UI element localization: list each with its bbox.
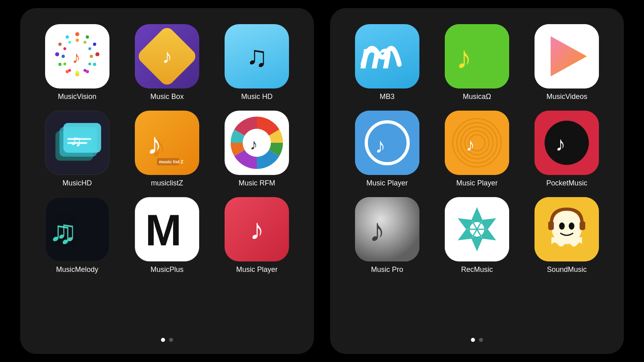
label-musicplus: MusicPlus — [151, 265, 184, 274]
svg-point-2 — [86, 35, 89, 39]
label-musicplayer-blue: Music Player — [366, 179, 408, 187]
svg-text:♫: ♫ — [55, 215, 76, 247]
dot-right-2[interactable] — [479, 338, 483, 342]
svg-point-22 — [62, 55, 65, 58]
svg-point-1 — [75, 32, 79, 36]
dot-left-2[interactable] — [169, 338, 173, 342]
label-mb3: MB3 — [380, 93, 394, 101]
icon-musichd-green: ♫ — [45, 111, 109, 175]
label-musichd-blue: Music HD — [241, 93, 272, 101]
svg-text:♪: ♪ — [369, 212, 385, 248]
svg-rect-73 — [548, 221, 554, 230]
icon-musicplus: M — [135, 197, 199, 261]
app-musicvision[interactable]: ♪ MusicVision — [36, 24, 118, 101]
svg-point-19 — [76, 71, 79, 74]
svg-point-21 — [63, 63, 66, 66]
icon-musiclistz: ♪ ♪ music list Z — [135, 111, 199, 175]
icon-musicpro: ♪ — [355, 197, 419, 261]
svg-point-16 — [90, 55, 93, 58]
icon-musichd-blue: ♫ — [225, 24, 289, 88]
label-recmusic: RecMusic — [461, 265, 493, 274]
left-dots — [161, 338, 173, 344]
app-soundmusic[interactable]: SoundMusic — [526, 197, 608, 274]
label-musicpro: Music Pro — [371, 265, 403, 274]
icon-musicplayer-blue: ♪ — [355, 111, 419, 175]
app-musichd-blue[interactable]: ♫ Music HD — [216, 24, 298, 101]
svg-point-11 — [58, 43, 62, 46]
svg-point-72 — [569, 222, 574, 230]
app-musicplayer-red[interactable]: ♪ Music Player — [216, 197, 298, 274]
svg-rect-31 — [67, 142, 87, 144]
svg-point-13 — [76, 39, 79, 42]
svg-text:♪: ♪ — [456, 40, 472, 75]
svg-point-14 — [83, 41, 86, 44]
icon-musicrfm: ♪ — [225, 111, 289, 175]
app-musicpro[interactable]: ♪ Music Pro — [346, 197, 428, 274]
app-musicrfm[interactable]: ♪ Music RFM — [216, 111, 298, 187]
app-recmusic[interactable]: RecMusic — [436, 197, 518, 274]
svg-text:♪: ♪ — [147, 127, 162, 160]
app-musicmelody[interactable]: ♫ ♫ MusicMelody — [36, 197, 118, 274]
svg-text:♫: ♫ — [70, 132, 81, 149]
app-musiclistz[interactable]: ♪ ♪ music list Z musiclistZ — [126, 111, 208, 187]
svg-point-17 — [88, 63, 91, 66]
right-app-grid: m MB3 ♪ MusicaΩ — [346, 20, 608, 338]
app-musicbox[interactable]: ♪ Music Box — [126, 24, 208, 101]
svg-point-12 — [66, 35, 69, 39]
svg-text:♪: ♪ — [375, 134, 386, 157]
dot-left-1[interactable] — [161, 338, 165, 342]
label-musicvision: MusicVision — [58, 93, 97, 101]
label-musicaomega: MusicaΩ — [463, 93, 491, 101]
label-soundmusic: SoundMusic — [547, 265, 587, 274]
left-app-grid: ♪ MusicVision ♪ Music Box ♫ Music HD — [36, 20, 298, 338]
icon-musicplayer-orange: ♪ — [445, 111, 509, 175]
svg-point-4 — [95, 52, 99, 56]
app-musicaomega[interactable]: ♪ MusicaΩ — [436, 24, 518, 101]
label-musicbox: Music Box — [150, 93, 184, 101]
app-musicvideos[interactable]: MusicVideos — [526, 24, 608, 101]
svg-text:♪: ♪ — [72, 48, 80, 67]
label-musicplayer-red: Music Player — [236, 265, 278, 274]
icon-musicvision: ♪ — [45, 24, 109, 88]
right-dots — [471, 338, 483, 344]
label-musicplayer-orange: Music Player — [456, 179, 497, 187]
icon-soundmusic — [535, 197, 599, 261]
svg-text:M: M — [145, 206, 182, 255]
svg-point-24 — [68, 41, 71, 44]
right-panel: m MB3 ♪ MusicaΩ — [330, 8, 624, 354]
label-pocketmusic: PocketMusic — [546, 179, 587, 187]
label-musicvideos: MusicVideos — [546, 93, 587, 101]
icon-musicplayer-red: ♪ — [225, 197, 289, 261]
icon-musicvideos — [535, 24, 599, 88]
label-musichd-green: MusicHD — [62, 179, 92, 187]
svg-point-20 — [68, 69, 71, 72]
svg-rect-61 — [355, 197, 419, 261]
svg-rect-51 — [445, 111, 509, 175]
app-musicplayer-orange[interactable]: ♪ Music Player — [436, 111, 518, 187]
svg-text:♪: ♪ — [555, 133, 566, 155]
svg-point-5 — [93, 63, 96, 66]
dot-right-1[interactable] — [471, 338, 475, 342]
svg-point-59 — [545, 121, 589, 165]
label-musicmelody: MusicMelody — [56, 265, 98, 274]
icon-pocketmusic: ♪ — [535, 111, 599, 175]
icon-musicaomega: ♪ — [445, 24, 509, 88]
svg-point-71 — [559, 222, 565, 230]
svg-point-18 — [83, 69, 86, 72]
svg-rect-44 — [445, 24, 509, 88]
svg-rect-30 — [67, 138, 91, 140]
app-musicplus[interactable]: M MusicPlus — [126, 197, 208, 274]
app-mb3[interactable]: m MB3 — [346, 24, 428, 101]
svg-text:music list Z: music list Z — [159, 159, 184, 164]
left-panel: ♪ MusicVision ♪ Music Box ♫ Music HD — [20, 8, 314, 354]
app-musicplayer-blue[interactable]: ♪ Music Player — [346, 111, 428, 187]
svg-text:♪: ♪ — [250, 136, 258, 153]
app-pocketmusic[interactable]: ♪ PocketMusic — [526, 111, 608, 187]
svg-rect-74 — [580, 221, 585, 230]
svg-point-3 — [93, 43, 96, 46]
icon-musicmelody: ♫ ♫ — [45, 197, 109, 261]
app-musichd-green[interactable]: ♫ MusicHD — [36, 111, 118, 187]
svg-point-23 — [63, 47, 66, 50]
svg-point-15 — [88, 47, 91, 50]
svg-point-10 — [55, 52, 59, 56]
